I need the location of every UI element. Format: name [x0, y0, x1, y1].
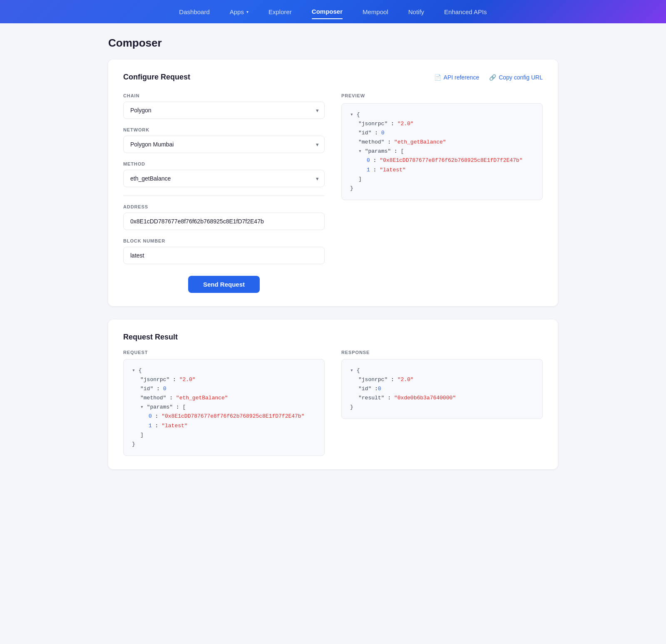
- chain-label: CHAIN: [123, 93, 325, 98]
- res-collapse-icon[interactable]: ▾: [350, 367, 357, 374]
- request-col-label: REQUEST: [123, 350, 325, 355]
- req-collapse-icon[interactable]: ▾: [132, 367, 139, 374]
- send-button-row: Send Request: [123, 276, 325, 293]
- address-label: ADDRESS: [123, 204, 325, 209]
- block-number-input[interactable]: [123, 247, 325, 264]
- configure-request-card: Configure Request 📄 API reference 🔗 Copy…: [108, 59, 558, 306]
- api-reference-icon: 📄: [434, 74, 441, 81]
- preview-param-1-row: 1 : "latest": [350, 166, 534, 175]
- req-open-row: ▾ {: [132, 366, 316, 375]
- address-group: ADDRESS: [123, 204, 325, 230]
- response-col-label: RESPONSE: [341, 350, 543, 355]
- req-id-row: "id" : 0: [132, 384, 316, 394]
- preview-method-row: "method" : "eth_getBalance": [350, 138, 534, 147]
- req-jsonrpc-row: "jsonrpc" : "2.0": [132, 375, 316, 384]
- send-request-button[interactable]: Send Request: [188, 276, 260, 293]
- result-response-col: RESPONSE ▾ { "jsonrpc" : "2.0" "id" :0 "…: [341, 350, 543, 456]
- preview-param-0-row: 0 : "0x8E1cDD787677e8f76f62b768925c8E1fD…: [350, 156, 534, 165]
- block-number-group: BLOCK NUMBER: [123, 238, 325, 264]
- preview-params-row: ▾ "params" : [: [350, 147, 534, 156]
- preview-collapse-icon[interactable]: ▾: [350, 111, 357, 118]
- apps-dropdown-icon: ▾: [246, 10, 249, 14]
- req-method-row: "method" : "eth_getBalance": [132, 394, 316, 403]
- res-jsonrpc-row: "jsonrpc" : "2.0": [350, 375, 534, 384]
- chain-select-wrapper: Polygon ▾: [123, 102, 325, 119]
- req-param-0-row: 0 : "0x8E1cDD787677e8f76f62b768925c8E1fD…: [132, 412, 316, 421]
- network-select[interactable]: Polygon Mumbai: [123, 136, 325, 153]
- res-result-row: "result" : "0xde0b6b3a7640000": [350, 394, 534, 403]
- method-select-wrapper: eth_getBalance ▾: [123, 170, 325, 187]
- network-label: NETWORK: [123, 127, 325, 132]
- method-group: METHOD eth_getBalance ▾: [123, 161, 325, 187]
- method-select[interactable]: eth_getBalance: [123, 170, 325, 187]
- network-group: NETWORK Polygon Mumbai ▾: [123, 127, 325, 153]
- card-header: Configure Request 📄 API reference 🔗 Copy…: [123, 73, 543, 82]
- preview-params-close: ]: [350, 175, 534, 184]
- configure-two-col: CHAIN Polygon ▾ NETWORK Polygon Mumbai ▾…: [123, 93, 543, 293]
- address-input[interactable]: [123, 213, 325, 230]
- res-id-row: "id" :0: [350, 384, 534, 394]
- req-params-collapse-icon[interactable]: ▾: [140, 404, 147, 410]
- preview-collapse-row: ▾ {: [350, 110, 534, 119]
- nav-explorer[interactable]: Explorer: [268, 5, 292, 19]
- network-select-wrapper: Polygon Mumbai ▾: [123, 136, 325, 153]
- api-reference-link[interactable]: 📄 API reference: [434, 74, 480, 81]
- nav-dashboard[interactable]: Dashboard: [179, 5, 209, 19]
- copy-config-icon: 🔗: [489, 74, 496, 81]
- configure-form: CHAIN Polygon ▾ NETWORK Polygon Mumbai ▾…: [123, 93, 325, 293]
- navbar: Dashboard Apps ▾ Explorer Composer Mempo…: [0, 0, 666, 23]
- nav-notify[interactable]: Notify: [408, 5, 424, 19]
- res-close-brace: }: [350, 403, 534, 412]
- header-actions: 📄 API reference 🔗 Copy config URL: [434, 74, 543, 81]
- response-box: ▾ { "jsonrpc" : "2.0" "id" :0 "result" :…: [341, 359, 543, 419]
- preview-box: ▾ { "jsonrpc" : "2.0" "id" : 0 "method" …: [341, 103, 543, 200]
- result-request-col: REQUEST ▾ { "jsonrpc" : "2.0" "id" : 0 "…: [123, 350, 325, 456]
- preview-id-row: "id" : 0: [350, 129, 534, 138]
- block-number-label: BLOCK NUMBER: [123, 238, 325, 243]
- preview-jsonrpc-row: "jsonrpc" : "2.0": [350, 119, 534, 129]
- nav-enhanced-apis[interactable]: Enhanced APIs: [444, 5, 487, 19]
- nav-composer[interactable]: Composer: [312, 5, 343, 19]
- request-result-card: Request Result REQUEST ▾ { "jsonrpc" : "…: [108, 320, 558, 469]
- result-title: Request Result: [123, 333, 543, 342]
- page-title: Composer: [108, 37, 558, 50]
- req-params-row: ▾ "params" : [: [132, 403, 316, 412]
- nav-mempool[interactable]: Mempool: [363, 5, 388, 19]
- configure-request-title: Configure Request: [123, 73, 190, 82]
- req-close-brace: }: [132, 440, 316, 449]
- preview-col: PREVIEW ▾ { "jsonrpc" : "2.0" "id" : 0 "…: [341, 93, 543, 293]
- chain-group: CHAIN Polygon ▾: [123, 93, 325, 119]
- copy-config-url-link[interactable]: 🔗 Copy config URL: [489, 74, 543, 81]
- preview-close-brace: }: [350, 184, 534, 193]
- preview-label: PREVIEW: [341, 93, 543, 98]
- nav-apps[interactable]: Apps ▾: [230, 5, 249, 19]
- request-box: ▾ { "jsonrpc" : "2.0" "id" : 0 "method" …: [123, 359, 325, 456]
- form-divider: [123, 196, 325, 196]
- req-param-1-row: 1 : "latest": [132, 421, 316, 431]
- res-open-row: ▾ {: [350, 366, 534, 375]
- req-params-close: ]: [132, 431, 316, 440]
- result-two-col: REQUEST ▾ { "jsonrpc" : "2.0" "id" : 0 "…: [123, 350, 543, 456]
- chain-select[interactable]: Polygon: [123, 102, 325, 119]
- method-label: METHOD: [123, 161, 325, 166]
- preview-params-collapse-icon[interactable]: ▾: [358, 148, 365, 154]
